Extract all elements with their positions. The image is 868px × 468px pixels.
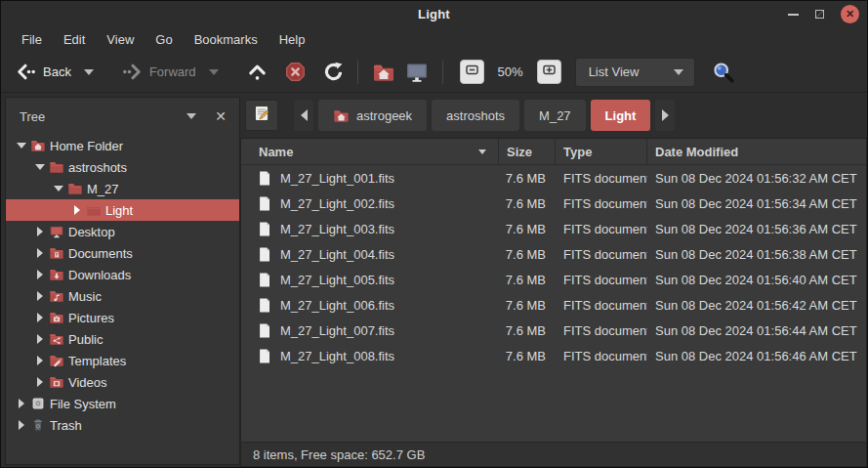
tree-expander-icon[interactable] bbox=[34, 164, 45, 170]
status-bar: 8 items, Free space: 652.7 GB bbox=[240, 442, 867, 467]
window-title: Light bbox=[418, 7, 450, 21]
menu-bar: FileEditViewGoBookmarksHelp bbox=[1, 27, 867, 52]
file-name: M_27_Light_007.fits bbox=[280, 323, 394, 338]
tree-expander-icon[interactable] bbox=[34, 356, 45, 365]
main-area: Tree ✕ Home Folder astroshots M_27 L bbox=[1, 93, 867, 467]
edit-path-button[interactable] bbox=[245, 100, 278, 131]
breadcrumb-astroshots[interactable]: astroshots bbox=[432, 100, 519, 131]
sidebar-mode-dropdown[interactable]: Tree ✕ bbox=[6, 98, 239, 135]
chevron-left-icon bbox=[301, 109, 308, 121]
tree-item-m-27[interactable]: M_27 bbox=[6, 178, 239, 199]
folder-templates-icon bbox=[49, 353, 64, 368]
menu-view[interactable]: View bbox=[96, 29, 145, 50]
tree-item-downloads[interactable]: Downloads bbox=[6, 264, 239, 285]
back-icon bbox=[16, 62, 36, 82]
file-row-m-27-light-004-fits[interactable]: M_27_Light_004.fits 7.6 MB FITS document… bbox=[241, 241, 866, 267]
breadcrumb-label: astroshots bbox=[446, 108, 505, 123]
file-name-cell: M_27_Light_006.fits bbox=[241, 297, 499, 314]
tree-expander-icon[interactable] bbox=[34, 291, 45, 301]
column-header-type[interactable]: Type bbox=[556, 139, 647, 164]
menu-go[interactable]: Go bbox=[145, 29, 183, 50]
file-rows: M_27_Light_001.fits 7.6 MB FITS document… bbox=[241, 165, 866, 442]
tree-item-astroshots[interactable]: astroshots bbox=[6, 156, 239, 178]
reload-button[interactable] bbox=[318, 58, 349, 87]
tree-expander-icon[interactable] bbox=[16, 420, 26, 430]
column-header-label: Date Modified bbox=[655, 145, 738, 159]
back-history-dropdown[interactable] bbox=[76, 58, 102, 87]
home-folder-icon bbox=[333, 107, 350, 124]
tree-expander-icon[interactable] bbox=[34, 334, 45, 344]
file-row-m-27-light-006-fits[interactable]: M_27_Light_006.fits 7.6 MB FITS document… bbox=[241, 292, 866, 318]
file-row-m-27-light-005-fits[interactable]: M_27_Light_005.fits 7.6 MB FITS document… bbox=[241, 267, 866, 292]
tree-expander-icon[interactable] bbox=[53, 186, 63, 191]
tree-expander-icon[interactable] bbox=[34, 270, 45, 279]
file-size-cell: 7.6 MB bbox=[499, 196, 556, 211]
menu-edit[interactable]: Edit bbox=[53, 29, 96, 50]
forward-history-dropdown[interactable] bbox=[201, 58, 227, 87]
file-name-cell: M_27_Light_005.fits bbox=[241, 272, 499, 288]
file-row-m-27-light-007-fits[interactable]: M_27_Light_007.fits 7.6 MB FITS document… bbox=[241, 318, 866, 343]
column-header-name[interactable]: Name bbox=[241, 139, 499, 164]
breadcrumb-astrogeek[interactable]: astrogeek bbox=[318, 100, 427, 131]
file-date-cell: Sun 08 Dec 2024 01:56:46 AM CET bbox=[647, 349, 866, 363]
file-name-cell: M_27_Light_002.fits bbox=[241, 195, 499, 212]
tree-item-documents[interactable]: Documents bbox=[6, 242, 239, 264]
tree-item-light[interactable]: Light bbox=[6, 199, 239, 221]
breadcrumb-label: M_27 bbox=[539, 108, 571, 123]
file-list-panel: Name Size Type Date Modified M_27_Light_… bbox=[240, 138, 867, 442]
home-button[interactable] bbox=[367, 58, 400, 87]
tree-item-music[interactable]: Music bbox=[6, 285, 239, 307]
up-button[interactable] bbox=[242, 58, 272, 87]
back-button[interactable]: Back bbox=[11, 58, 76, 87]
desktop-button[interactable] bbox=[400, 58, 434, 87]
menu-help[interactable]: Help bbox=[269, 29, 316, 50]
file-type-cell: FITS document bbox=[556, 323, 647, 338]
tree-expander-icon[interactable] bbox=[16, 143, 26, 149]
zoom-out-button[interactable] bbox=[460, 60, 484, 84]
tree-item-file-system[interactable]: File System bbox=[6, 393, 239, 414]
tree-expander-icon[interactable] bbox=[34, 227, 45, 236]
tree-item-label: astroshots bbox=[68, 160, 127, 175]
sidebar-close-icon[interactable]: ✕ bbox=[215, 109, 227, 123]
zoom-in-button[interactable] bbox=[537, 60, 561, 84]
menu-file[interactable]: File bbox=[11, 29, 53, 50]
toolbar-separator bbox=[442, 61, 443, 84]
breadcrumb-scroll-left-button[interactable] bbox=[294, 100, 313, 131]
tree-expander-icon[interactable] bbox=[71, 205, 82, 215]
menu-bookmarks[interactable]: Bookmarks bbox=[184, 29, 269, 50]
tree-item-home-folder[interactable]: Home Folder bbox=[6, 135, 239, 156]
file-type-cell: FITS document bbox=[556, 222, 647, 236]
tree-item-videos[interactable]: Videos bbox=[6, 371, 239, 393]
breadcrumb-m-27[interactable]: M_27 bbox=[524, 100, 586, 131]
minimize-icon[interactable] bbox=[788, 14, 799, 16]
maximize-icon[interactable] bbox=[815, 10, 824, 19]
breadcrumb-scroll-right-button[interactable] bbox=[655, 100, 675, 131]
file-row-m-27-light-008-fits[interactable]: M_27_Light_008.fits 7.6 MB FITS document… bbox=[241, 343, 866, 368]
tree-item-public[interactable]: Public bbox=[6, 328, 239, 350]
search-button[interactable] bbox=[707, 58, 740, 87]
tree-item-desktop[interactable]: Desktop bbox=[6, 221, 239, 242]
close-icon[interactable]: ✕ bbox=[841, 5, 859, 23]
column-header-label: Size bbox=[507, 145, 532, 159]
file-size-cell: 7.6 MB bbox=[499, 222, 556, 236]
forward-button[interactable]: Forward bbox=[117, 58, 201, 87]
sidebar-panel: Tree ✕ Home Folder astroshots M_27 L bbox=[5, 97, 240, 465]
column-header-date-modified[interactable]: Date Modified bbox=[647, 139, 866, 164]
tree-item-trash[interactable]: Trash bbox=[6, 414, 239, 436]
tree-item-pictures[interactable]: Pictures bbox=[6, 307, 239, 328]
breadcrumb-light[interactable]: Light bbox=[591, 100, 651, 131]
column-header-size[interactable]: Size bbox=[499, 139, 556, 164]
file-size-cell: 7.6 MB bbox=[499, 298, 556, 313]
tree-expander-icon[interactable] bbox=[34, 313, 45, 322]
stop-button[interactable] bbox=[280, 58, 310, 87]
file-row-m-27-light-003-fits[interactable]: M_27_Light_003.fits 7.6 MB FITS document… bbox=[241, 216, 866, 241]
tree-item-label: Pictures bbox=[68, 311, 114, 325]
tree-item-templates[interactable]: Templates bbox=[6, 350, 239, 371]
tree-expander-icon[interactable] bbox=[34, 377, 45, 387]
file-row-m-27-light-002-fits[interactable]: M_27_Light_002.fits 7.6 MB FITS document… bbox=[241, 191, 866, 216]
file-row-m-27-light-001-fits[interactable]: M_27_Light_001.fits 7.6 MB FITS document… bbox=[241, 165, 866, 191]
desktop-monitor-icon bbox=[405, 61, 429, 84]
view-mode-select[interactable]: List View bbox=[575, 58, 695, 87]
tree-expander-icon[interactable] bbox=[34, 248, 45, 258]
tree-expander-icon[interactable] bbox=[16, 399, 26, 408]
